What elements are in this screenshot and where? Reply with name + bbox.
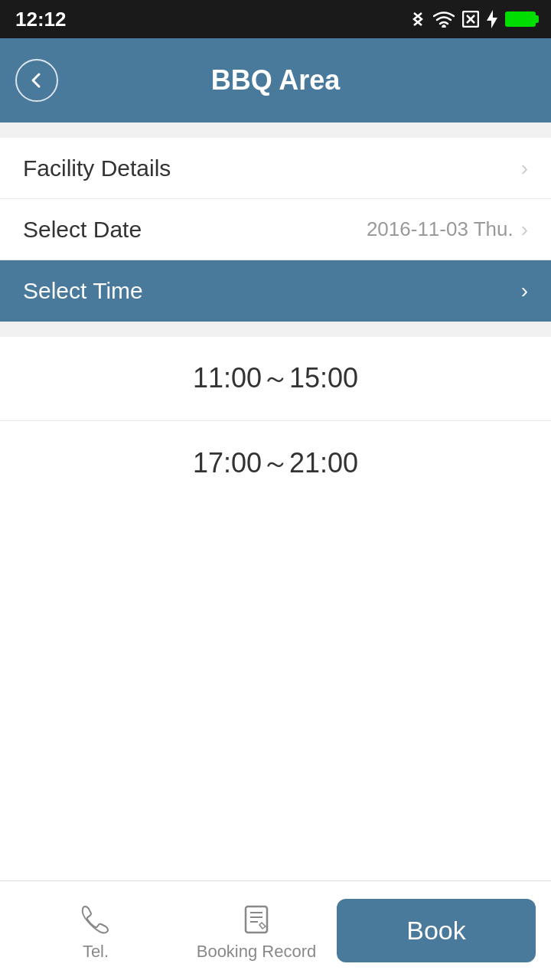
svg-marker-4 (487, 10, 497, 28)
facility-details-right: › (521, 156, 528, 181)
menu-section: Facility Details › Select Date 2016-11-0… (0, 138, 551, 322)
select-time-row[interactable]: Select Time › (0, 260, 551, 322)
battery-icon (505, 11, 536, 27)
nav-tel[interactable]: Tel. (15, 900, 176, 962)
select-time-right: › (521, 279, 528, 303)
select-date-arrow: › (521, 217, 528, 242)
tel-icon (77, 900, 114, 937)
status-time: 12:12 (15, 8, 67, 31)
content-area: Facility Details › Select Date 2016-11-0… (0, 122, 551, 880)
nav-booking-record[interactable]: Booking Record (176, 900, 337, 962)
select-time-label: Select Time (23, 278, 143, 304)
time-slot-1[interactable]: 11:00～15:00 (0, 337, 551, 421)
svg-rect-5 (246, 906, 267, 933)
charging-icon (487, 10, 497, 28)
facility-details-arrow: › (521, 156, 528, 181)
bluetooth-icon (410, 9, 425, 29)
book-button[interactable]: Book (337, 899, 536, 962)
time-slot-2[interactable]: 17:00～21:00 (0, 421, 551, 505)
select-date-label: Select Date (23, 217, 142, 243)
time-slots-section: 11:00～15:00 17:00～21:00 (0, 337, 551, 880)
select-date-right: 2016-11-03 Thu. › (367, 217, 528, 242)
svg-point-0 (443, 26, 445, 28)
back-button[interactable] (15, 59, 58, 102)
sim-icon (462, 11, 479, 28)
select-date-row[interactable]: Select Date 2016-11-03 Thu. › (0, 199, 551, 260)
status-bar: 12:12 (0, 0, 551, 38)
wifi-icon (433, 11, 455, 28)
booking-record-icon (238, 900, 275, 937)
page-title: BBQ Area (58, 64, 493, 96)
booking-record-label: Booking Record (197, 942, 317, 962)
status-icons (410, 9, 536, 29)
facility-details-row[interactable]: Facility Details › (0, 138, 551, 199)
select-time-arrow: › (521, 279, 528, 303)
time-slot-1-text: 11:00～15:00 (193, 360, 358, 397)
facility-details-label: Facility Details (23, 155, 171, 181)
select-date-value: 2016-11-03 Thu. (367, 217, 514, 241)
tel-label: Tel. (83, 942, 109, 962)
time-slot-2-text: 17:00～21:00 (193, 445, 358, 482)
bottom-nav: Tel. Booking Record Book (0, 880, 551, 980)
header: BBQ Area (0, 38, 551, 122)
